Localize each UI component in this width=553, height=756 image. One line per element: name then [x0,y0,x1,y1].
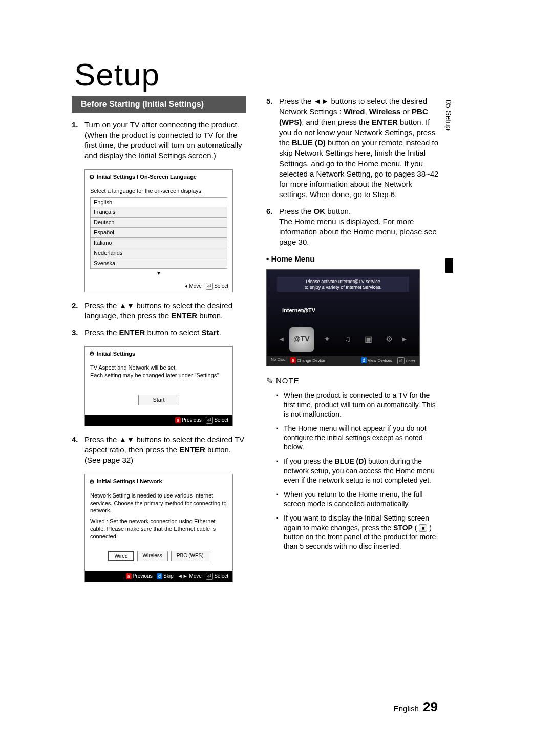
n3b: BLUE (D) [335,457,366,465]
step-3-c: button to select [145,328,201,337]
ss3-line2: Wired : Set the network connection using… [90,517,227,541]
wired-button[interactable]: Wired [108,551,134,562]
step-3: 3. Press the ENTER button to select Star… [72,328,246,338]
page-title: Setup [74,56,160,93]
key-a-icon: a [175,417,181,423]
note-icon: ✎ [266,376,273,387]
down-arrow-icon: ▼ [90,269,227,277]
step-2-text-c: button. [197,311,223,320]
step-1: 1.Turn on your TV after connecting the p… [72,120,246,161]
screenshot-network: Initial Settings I Network Network Setti… [84,474,233,583]
step-4: 4. Press the ▲▼ buttons to select the de… [72,435,246,466]
gear-icon [89,173,95,181]
music-icon[interactable]: ♫ [340,332,355,347]
left-column: Before Starting (Initial Settings) 1.Tur… [72,96,246,591]
start-button[interactable]: Start [138,395,179,405]
lang-italiano[interactable]: Italiano [90,238,227,248]
key-d-icon: d [361,357,367,363]
footer-language: English [394,704,419,713]
chevron-right-icon[interactable]: ▶ [402,336,407,343]
side-tab: 05 Setup [444,100,453,131]
internet-tv-icon[interactable]: @TV [289,327,314,352]
screenshot-language: Initial Settings I On-Screen Language Se… [84,169,233,293]
move-icon: ◄► [178,573,188,579]
s6b: OK [314,207,326,215]
select-label: Select [214,417,228,423]
lang-espanol[interactable]: Español [90,228,227,238]
ss2-title: Initial Settings [97,350,135,358]
s5d: Wireless [369,107,401,116]
ss2-line1: TV Aspect and Network will be set. [90,364,227,372]
ss1-title: Initial Settings I On-Screen Language [97,173,197,181]
enter-icon: ⏎ [206,283,213,290]
view-devices-label: View Devices [368,358,392,363]
ss2-header: Initial Settings [85,347,232,361]
change-device-label: Change Device [297,358,325,363]
page-footer: English 29 [394,699,438,715]
home-menu-screenshot: Please activate Internet@TV service to e… [266,269,420,366]
n3a: If you press the [284,457,335,465]
note-3: If you press the BLUE (D) button during … [276,457,440,485]
settings-icon[interactable]: ⚙ [381,332,397,347]
move-label: Move [189,283,201,289]
page-number: 29 [423,699,438,715]
screenshot-start: Initial Settings TV Aspect and Network w… [84,346,233,426]
gear-icon [89,478,95,486]
wireless-button[interactable]: Wireless [137,551,168,562]
step-6: 6. Press the OK button. The Home menu is… [266,206,440,248]
step-3-enter: ENTER [119,328,145,337]
lang-francais[interactable]: Français [90,207,227,218]
ss3-footer: aPrevious dSkip ◄► Move ⏎Select [85,571,232,582]
step-2-enter: ENTER [171,311,197,320]
step-4-enter: ENTER [179,445,205,454]
no-disc-label: No Disc [271,357,285,364]
lang-nederlands[interactable]: Nederlands [90,248,227,258]
n5c: button on the front panel of the product… [284,533,436,550]
key-a-icon: a [126,573,132,579]
lang-svenska[interactable]: Svenska [90,258,227,269]
note-2: The Home menu will not appear if you do … [276,424,440,452]
ss3-title: Initial Settings I Network [97,478,162,485]
select-label: Select [214,573,228,579]
chevron-left-icon[interactable]: ◀ [280,336,284,343]
step-1-text: Turn on your TV after connecting the pro… [84,120,242,160]
home-footer: No Disc aChange Device dView Devices ⏎En… [267,356,419,366]
enter-label: Enter [406,359,415,363]
ss3-line1: Network Setting is needed to use various… [90,492,227,515]
skip-label: Skip [163,573,173,579]
pbc-wps-button[interactable]: PBC (WPS) [171,551,209,562]
step-3-start: Start [201,328,219,337]
note-4: When you return to the Home menu, the fu… [276,490,440,508]
lang-english[interactable]: English [90,197,227,208]
enter-icon: ⏎ [206,417,213,424]
side-tab-marker [445,258,453,273]
s5h: ENTER [372,118,398,126]
video-icon[interactable]: ✦ [319,332,334,347]
enter-icon: ⏎ [397,357,405,364]
gear-icon [89,350,95,358]
s5b: Wired [344,107,365,116]
internet-tv-label: Internet@TV [282,307,315,314]
step-2: 2. Press the ▲▼ buttons to select the de… [72,300,246,321]
prev-label: Previous [133,573,153,579]
s6c: button. [325,207,351,215]
home-menu-heading: • Home Menu [266,254,440,264]
right-column: 5. Press the ◄► buttons to select the de… [266,96,440,591]
key-d-icon: d [157,573,162,579]
ss2-line2: Each setting may be changed later under … [90,372,227,379]
note-label: NOTE [276,376,300,386]
s6a: Press the [279,207,314,215]
s5g: , and then press the [302,118,372,126]
n5b: STOP [393,524,413,532]
photo-icon[interactable]: ▣ [361,332,376,347]
stop-icon: ■ [419,524,427,532]
ss3-header: Initial Settings I Network [85,474,232,489]
step-5: 5. Press the ◄► buttons to select the de… [266,96,440,200]
note-heading: ✎ NOTE [266,376,440,387]
note-1: When the product is connected to a TV fo… [276,391,440,419]
s5j: BLUE (D) [292,138,326,147]
step-3-a: Press the [84,328,119,337]
content-columns: Before Starting (Initial Settings) 1.Tur… [72,96,440,591]
move-label: Move [189,573,201,579]
lang-deutsch[interactable]: Deutsch [90,218,227,228]
